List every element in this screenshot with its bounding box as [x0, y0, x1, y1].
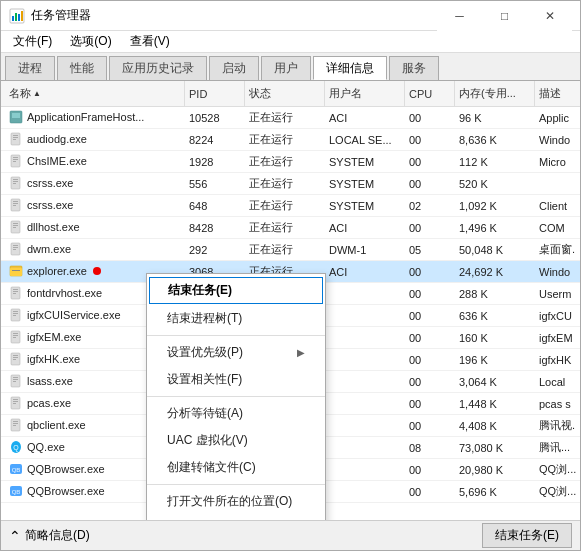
tabs-bar: 进程 性能 应用历史记录 启动 用户 详细信息 服务	[1, 53, 580, 81]
ctx-item[interactable]: 在线搜索(N)	[147, 515, 325, 520]
cell-cpu: 00	[405, 310, 455, 322]
svg-rect-14	[13, 161, 16, 162]
svg-rect-28	[13, 245, 18, 246]
svg-rect-37	[13, 293, 16, 294]
svg-rect-35	[13, 289, 18, 290]
col-header-mem[interactable]: 内存(专用...	[455, 81, 535, 106]
minimize-button[interactable]: ─	[437, 1, 482, 31]
cell-status: 正在运行	[245, 220, 325, 235]
cell-mem: 73,080 K	[455, 442, 535, 454]
svg-rect-39	[13, 311, 18, 312]
tab-startup[interactable]: 启动	[209, 56, 259, 80]
cell-name: csrss.exe	[5, 176, 185, 192]
svg-rect-17	[13, 181, 18, 182]
cell-user: SYSTEM	[325, 156, 405, 168]
summary-toggle[interactable]: ⌃ 简略信息(D)	[9, 527, 90, 544]
tab-app-history[interactable]: 应用历史记录	[109, 56, 207, 80]
cell-pid: 292	[185, 244, 245, 256]
ctx-item[interactable]: 打开文件所在的位置(O)	[147, 488, 325, 515]
ctx-item-end-task[interactable]: 结束任务(E)	[149, 277, 323, 304]
summary-label: 简略信息(D)	[25, 527, 90, 544]
ctx-item[interactable]: 分析等待链(A)	[147, 400, 325, 427]
svg-rect-21	[13, 203, 18, 204]
ctx-item[interactable]: 结束进程树(T)	[147, 305, 325, 332]
svg-rect-20	[13, 201, 18, 202]
cell-user: ACI	[325, 112, 405, 124]
cell-mem: 112 K	[455, 156, 535, 168]
ctx-item[interactable]: 设置优先级(P)▶	[147, 339, 325, 366]
svg-rect-56	[13, 401, 18, 402]
cell-desc: Windo	[535, 266, 576, 278]
svg-rect-10	[13, 139, 16, 140]
col-header-cpu[interactable]: CPU	[405, 81, 455, 106]
ctx-item[interactable]: 设置相关性(F)	[147, 366, 325, 393]
svg-rect-40	[13, 313, 18, 314]
close-button[interactable]: ✕	[527, 1, 572, 31]
bottom-bar: ⌃ 简略信息(D) 结束任务(E)	[1, 520, 580, 550]
table-row[interactable]: ChsIME.exe 1928 正在运行 SYSTEM 00 112 K Mic…	[1, 151, 580, 173]
tab-details[interactable]: 详细信息	[313, 56, 387, 80]
menu-separator	[147, 335, 325, 336]
cell-desc: Windo	[535, 134, 576, 146]
process-icon	[9, 154, 23, 168]
tab-performance[interactable]: 性能	[57, 56, 107, 80]
table-row[interactable]: ApplicationFrameHost... 10528 正在运行 ACI 0…	[1, 107, 580, 129]
svg-rect-45	[13, 337, 16, 338]
cell-desc: QQ浏...	[535, 462, 576, 477]
svg-rect-8	[13, 135, 18, 136]
svg-rect-41	[13, 315, 16, 316]
table-row[interactable]: dwm.exe 292 正在运行 DWM-1 05 50,048 K 桌面窗..…	[1, 239, 580, 261]
menu-separator	[147, 396, 325, 397]
cell-user: ACI	[325, 266, 405, 278]
cell-mem: 24,692 K	[455, 266, 535, 278]
svg-rect-24	[13, 223, 18, 224]
svg-rect-61	[13, 425, 16, 426]
cell-mem: 4,408 K	[455, 420, 535, 432]
title-controls: ─ □ ✕	[437, 1, 572, 31]
cell-pid: 556	[185, 178, 245, 190]
cell-cpu: 00	[405, 332, 455, 344]
cell-cpu: 00	[405, 420, 455, 432]
sort-arrow: ▲	[33, 89, 41, 98]
svg-rect-6	[12, 113, 20, 118]
table-row[interactable]: csrss.exe 648 正在运行 SYSTEM 02 1,092 K Cli…	[1, 195, 580, 217]
cell-cpu: 00	[405, 376, 455, 388]
cell-desc: igfxCU	[535, 310, 576, 322]
maximize-button[interactable]: □	[482, 1, 527, 31]
ctx-item[interactable]: UAC 虚拟化(V)	[147, 427, 325, 454]
table-row[interactable]: csrss.exe 556 正在运行 SYSTEM 00 520 K	[1, 173, 580, 195]
tab-users[interactable]: 用户	[261, 56, 311, 80]
cell-desc: Local	[535, 376, 576, 388]
table-row[interactable]: dllhost.exe 8428 正在运行 ACI 00 1,496 K COM	[1, 217, 580, 239]
svg-rect-53	[13, 381, 16, 382]
cell-mem: 1,448 K	[455, 398, 535, 410]
svg-rect-57	[13, 403, 16, 404]
tab-services[interactable]: 服务	[389, 56, 439, 80]
table-row[interactable]: audiodg.exe 8224 正在运行 LOCAL SE... 00 8,6…	[1, 129, 580, 151]
svg-rect-51	[13, 377, 18, 378]
col-header-desc[interactable]: 描述	[535, 81, 576, 106]
process-icon	[9, 352, 23, 366]
svg-rect-33	[12, 270, 20, 271]
col-header-pid[interactable]: PID	[185, 81, 245, 106]
cell-mem: 3,064 K	[455, 376, 535, 388]
task-manager-window: 任务管理器 ─ □ ✕ 文件(F) 选项(O) 查看(V) 进程 性能 应用历史…	[0, 0, 581, 551]
menu-options[interactable]: 选项(O)	[62, 31, 119, 52]
end-task-button[interactable]: 结束任务(E)	[482, 523, 572, 548]
col-header-name[interactable]: 名称 ▲	[5, 81, 185, 106]
svg-rect-18	[13, 183, 16, 184]
ctx-item[interactable]: 创建转储文件(C)	[147, 454, 325, 481]
svg-text:QB: QB	[12, 467, 21, 473]
cell-cpu: 00	[405, 222, 455, 234]
tab-processes[interactable]: 进程	[5, 56, 55, 80]
col-header-user[interactable]: 用户名	[325, 81, 405, 106]
cell-user: SYSTEM	[325, 178, 405, 190]
cell-cpu: 02	[405, 200, 455, 212]
menu-file[interactable]: 文件(F)	[5, 31, 60, 52]
cell-status: 正在运行	[245, 242, 325, 257]
svg-rect-59	[13, 421, 18, 422]
col-header-status[interactable]: 状态	[245, 81, 325, 106]
content-area: 名称 ▲ PID 状态 用户名 CPU 内存(专用... 描述	[1, 81, 580, 520]
menu-view[interactable]: 查看(V)	[122, 31, 178, 52]
cell-status: 正在运行	[245, 198, 325, 213]
